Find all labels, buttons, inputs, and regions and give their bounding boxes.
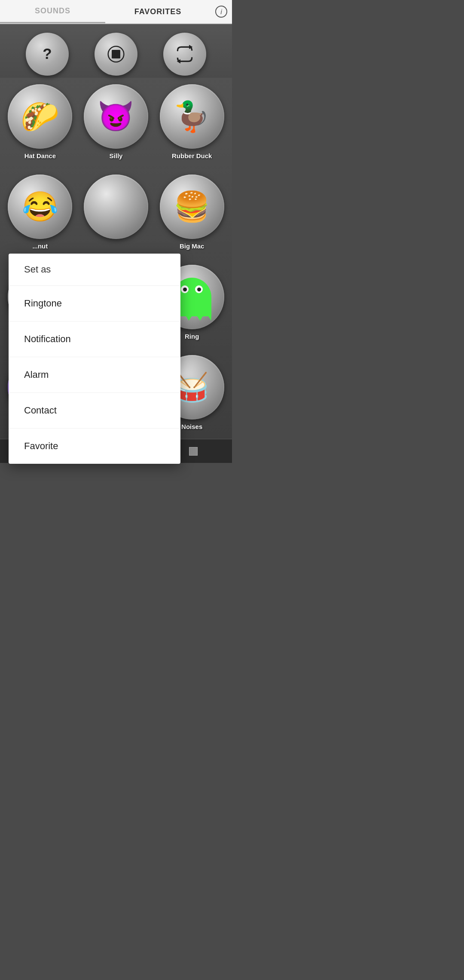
sound-ring-label: Ring (185, 333, 199, 340)
tab-sounds[interactable]: SOUNDS (0, 0, 105, 23)
svg-text:?: ? (43, 45, 52, 62)
dropdown-set-as: Set as (9, 254, 180, 286)
sound-placeholder2[interactable] (78, 170, 154, 256)
control-row: ? (0, 28, 232, 78)
sound-donut-icon: 😂 (8, 175, 72, 239)
dropdown-ringtone-label: Ringtone (24, 298, 62, 309)
sound-big-mac-label: Big Mac (180, 242, 205, 250)
svg-text:i: i (220, 8, 222, 15)
repeat-button[interactable] (163, 33, 206, 76)
tab-sounds-label: SOUNDS (35, 6, 70, 15)
dropdown-notification-label: Notification (24, 334, 71, 344)
ghost-pupil-right (197, 288, 201, 291)
dropdown-contact[interactable]: Contact (9, 393, 180, 429)
dropdown-notification[interactable]: Notification (9, 322, 180, 357)
sound-hat-dance-icon: 🌮 (8, 84, 72, 149)
ghost-pupil-left (183, 288, 187, 291)
sound-big-mac[interactable]: 🍔 Big Mac (154, 170, 230, 256)
dropdown-favorite[interactable]: Favorite (9, 429, 180, 464)
dropdown-title-label: Set as (24, 264, 51, 275)
sound-big-mac-icon: 🍔 (160, 175, 224, 239)
tab-bar: SOUNDS FAVORITES i (0, 0, 232, 24)
context-dropdown: Set as Ringtone Notification Alarm Conta… (9, 254, 180, 464)
tab-favorites-label: FAVORITES (134, 7, 182, 16)
sound-hat-dance[interactable]: 🌮 Hat Dance (2, 80, 78, 166)
dropdown-alarm[interactable]: Alarm (9, 357, 180, 393)
ghost-eye-left (181, 285, 189, 293)
nav-recent-button[interactable] (180, 443, 206, 460)
ghost-eyes (181, 285, 203, 293)
sound-rubber-duck-icon: 🦆 (160, 84, 224, 149)
sound-donut[interactable]: 😂 ...nut (2, 170, 78, 256)
sound-silly[interactable]: 😈 Silly (78, 80, 154, 166)
sound-placeholder2-icon (84, 175, 148, 239)
sound-noises-label: Noises (181, 423, 202, 430)
sound-silly-label: Silly (110, 152, 123, 159)
ghost-eye-right (195, 285, 203, 293)
tab-favorites[interactable]: FAVORITES (105, 0, 211, 23)
sound-hat-dance-label: Hat Dance (24, 152, 56, 159)
sound-silly-icon: 😈 (84, 84, 148, 149)
dropdown-ringtone[interactable]: Ringtone (9, 286, 180, 322)
dropdown-contact-label: Contact (24, 405, 57, 416)
recent-icon (189, 447, 198, 456)
sound-rubber-duck[interactable]: 🦆 Rubber Duck (154, 80, 230, 166)
dropdown-alarm-label: Alarm (24, 369, 49, 380)
sound-rubber-duck-label: Rubber Duck (172, 152, 212, 159)
dropdown-favorite-label: Favorite (24, 441, 58, 451)
help-button[interactable]: ? (26, 33, 69, 76)
sound-donut-label: ...nut (32, 242, 48, 250)
svg-rect-4 (112, 50, 120, 58)
stop-button[interactable] (95, 33, 137, 76)
info-button[interactable]: i (211, 0, 232, 24)
